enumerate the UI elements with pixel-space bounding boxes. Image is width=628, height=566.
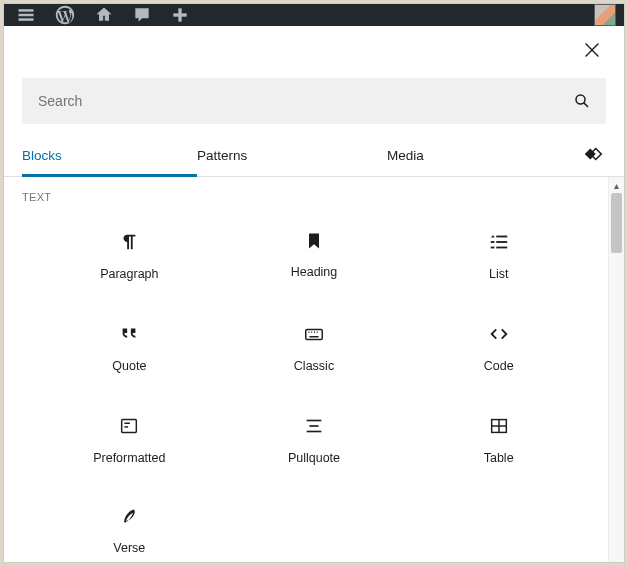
table-icon [488,415,510,437]
list-icon [488,231,510,253]
svg-rect-9 [496,236,507,238]
block-label: List [489,267,508,281]
block-classic[interactable]: Classic [227,317,402,379]
code-icon [488,323,510,345]
svg-rect-2 [19,18,34,21]
block-label: Pullquote [288,451,340,465]
keyboard-icon [302,323,326,345]
bookmark-icon [304,231,324,251]
menu-icon[interactable] [16,5,36,25]
block-code[interactable]: Code [411,317,586,379]
scrollbar-track[interactable] [609,193,624,555]
block-label: Preformatted [93,451,165,465]
block-preformatted[interactable]: Preformatted [42,409,217,471]
block-table[interactable]: Table [411,409,586,471]
search-field[interactable] [22,78,606,124]
section-title-text: TEXT [22,191,606,203]
svg-rect-20 [122,420,137,433]
scrollbar[interactable]: ▴ ▾ [608,177,624,562]
svg-rect-11 [496,247,507,249]
block-label: Heading [291,265,338,279]
block-verse[interactable]: Verse [42,501,217,561]
tab-blocks[interactable]: Blocks [22,136,197,177]
close-button[interactable] [578,36,606,64]
comments-icon[interactable] [132,5,152,25]
blocks-grid: Paragraph Heading List [22,225,606,562]
paragraph-icon [118,231,140,253]
scroll-up-icon[interactable]: ▴ [609,177,624,193]
wordpress-icon[interactable] [54,4,76,26]
toggle-preview-icon[interactable] [580,143,606,169]
block-quote[interactable]: Quote [42,317,217,379]
svg-rect-4 [173,13,186,16]
add-new-icon[interactable] [170,5,190,25]
tabs: Blocks Patterns Media [4,136,624,177]
svg-point-7 [576,95,585,104]
preformatted-icon [118,415,140,437]
search-icon[interactable] [572,91,592,111]
block-label: Verse [113,541,145,555]
block-pullquote[interactable]: Pullquote [227,409,402,471]
svg-line-8 [584,103,588,107]
feather-icon [119,507,139,527]
block-paragraph[interactable]: Paragraph [42,225,217,287]
quote-icon [118,323,140,345]
tab-patterns[interactable]: Patterns [197,136,387,176]
svg-rect-0 [19,9,34,12]
block-inserter-panel: Blocks Patterns Media TEXT [4,26,624,562]
search-input[interactable] [36,92,572,110]
block-label: Code [484,359,514,373]
svg-rect-12 [490,241,494,243]
pullquote-icon [303,415,325,437]
home-icon[interactable] [94,5,114,25]
block-heading[interactable]: Heading [227,225,402,287]
block-list[interactable]: List [411,225,586,287]
block-label: Paragraph [100,267,158,281]
scroll-down-icon[interactable]: ▾ [609,555,624,562]
block-label: Table [484,451,514,465]
tab-media[interactable]: Media [387,136,577,176]
svg-rect-10 [496,241,507,243]
block-label: Quote [112,359,146,373]
block-label: Classic [294,359,334,373]
svg-rect-13 [490,247,494,249]
scrollbar-thumb[interactable] [611,193,622,253]
admin-bar [4,4,624,26]
svg-rect-14 [306,329,323,339]
svg-rect-1 [19,14,34,17]
avatar[interactable] [594,4,618,26]
